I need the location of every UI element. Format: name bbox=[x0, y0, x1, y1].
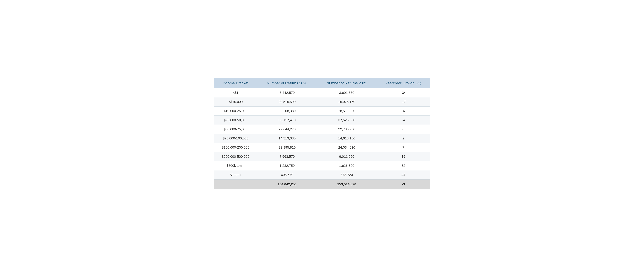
table-row: $500k-1mm1,232,7501,626,30032 bbox=[214, 161, 430, 170]
cell-bracket: $500k-1mm bbox=[214, 161, 257, 170]
cell-growth: 7 bbox=[376, 143, 430, 152]
cell-growth: -4 bbox=[376, 116, 430, 125]
cell-bracket: $50,000-75,000 bbox=[214, 125, 257, 134]
cell-returns2020: 20,515,590 bbox=[257, 98, 317, 106]
cell-bracket: $100,000-200,000 bbox=[214, 143, 257, 152]
cell-growth: -17 bbox=[376, 98, 430, 106]
cell-growth: 0 bbox=[376, 125, 430, 134]
cell-returns2021: 28,511,990 bbox=[317, 106, 377, 116]
cell-bracket: $10,000-25,000 bbox=[214, 106, 257, 116]
footer-bracket bbox=[214, 180, 257, 189]
table-row: $100,000-200,00022,395,81024,034,0107 bbox=[214, 143, 430, 152]
cell-returns2020: 7,563,570 bbox=[257, 152, 317, 161]
cell-bracket: $1mm+ bbox=[214, 170, 257, 180]
cell-bracket: $75,000-100,000 bbox=[214, 134, 257, 143]
table-row: $10,000-25,00030,208,38028,511,990-6 bbox=[214, 106, 430, 116]
cell-returns2021: 24,034,010 bbox=[317, 143, 377, 152]
cell-bracket: <$10,000 bbox=[214, 98, 257, 106]
cell-returns2020: 1,232,750 bbox=[257, 161, 317, 170]
cell-returns2021: 22,735,950 bbox=[317, 125, 377, 134]
cell-returns2020: 39,117,410 bbox=[257, 116, 317, 125]
cell-returns2020: 5,442,570 bbox=[257, 88, 317, 98]
cell-returns2020: 608,570 bbox=[257, 170, 317, 180]
cell-returns2020: 30,208,380 bbox=[257, 106, 317, 116]
footer-returns-2021: 159,514,870 bbox=[317, 180, 377, 189]
cell-growth: 19 bbox=[376, 152, 430, 161]
cell-returns2021: 873,720 bbox=[317, 170, 377, 180]
cell-bracket: $25,000-50,000 bbox=[214, 116, 257, 125]
cell-growth: -6 bbox=[376, 106, 430, 116]
cell-bracket: <$1 bbox=[214, 88, 257, 98]
cell-growth: 2 bbox=[376, 134, 430, 143]
cell-bracket: $200,000-500,000 bbox=[214, 152, 257, 161]
header-income-bracket: Income Bracket bbox=[214, 78, 257, 88]
header-returns-2021: Number of Returns 2021 bbox=[317, 78, 377, 88]
cell-returns2020: 22,395,810 bbox=[257, 143, 317, 152]
cell-growth: 32 bbox=[376, 161, 430, 170]
cell-growth: 44 bbox=[376, 170, 430, 180]
cell-returns2021: 14,618,130 bbox=[317, 134, 377, 143]
footer-growth: -3 bbox=[376, 180, 430, 189]
header-yoy-growth: Year/Year Growth (%) bbox=[376, 78, 430, 88]
cell-returns2021: 3,601,560 bbox=[317, 88, 377, 98]
cell-returns2021: 16,976,160 bbox=[317, 98, 377, 106]
table-body: <$15,442,5703,601,560-34<$10,00020,515,5… bbox=[214, 88, 430, 180]
table-row: $1mm+608,570873,72044 bbox=[214, 170, 430, 180]
footer-returns-2020: 164,042,250 bbox=[257, 180, 317, 189]
table-row: $200,000-500,0007,563,5709,011,02019 bbox=[214, 152, 430, 161]
cell-returns2020: 14,313,330 bbox=[257, 134, 317, 143]
cell-returns2021: 9,011,020 bbox=[317, 152, 377, 161]
table-row: $50,000-75,00022,644,27022,735,9500 bbox=[214, 125, 430, 134]
table-row: <$15,442,5703,601,560-34 bbox=[214, 88, 430, 98]
data-table: Income Bracket Number of Returns 2020 Nu… bbox=[214, 78, 430, 189]
header-row: Income Bracket Number of Returns 2020 Nu… bbox=[214, 78, 430, 88]
cell-returns2020: 22,644,270 bbox=[257, 125, 317, 134]
table-container: Income Bracket Number of Returns 2020 Nu… bbox=[214, 78, 430, 189]
cell-growth: -34 bbox=[376, 88, 430, 98]
table-row: $75,000-100,00014,313,33014,618,1302 bbox=[214, 134, 430, 143]
footer-row: 164,042,250 159,514,870 -3 bbox=[214, 180, 430, 189]
table-row: <$10,00020,515,59016,976,160-17 bbox=[214, 98, 430, 106]
table-row: $25,000-50,00039,117,41037,526,030-4 bbox=[214, 116, 430, 125]
header-returns-2020: Number of Returns 2020 bbox=[257, 78, 317, 88]
cell-returns2021: 1,626,300 bbox=[317, 161, 377, 170]
cell-returns2021: 37,526,030 bbox=[317, 116, 377, 125]
